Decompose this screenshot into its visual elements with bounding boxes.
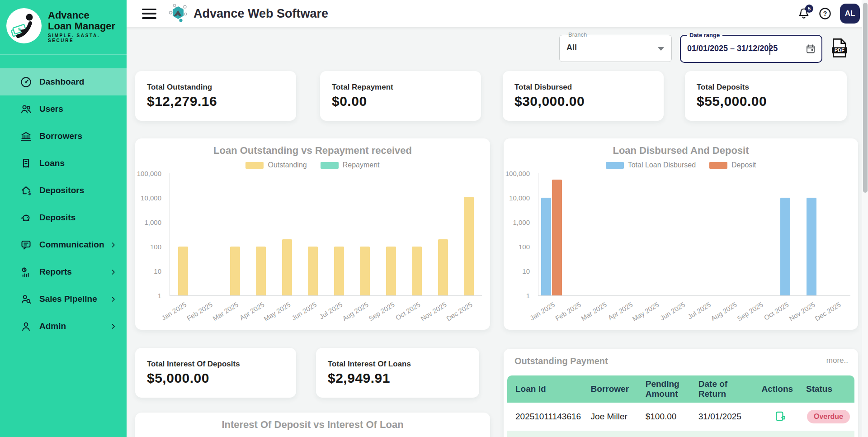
notifications-button[interactable]: 5 <box>797 7 810 20</box>
branch-label: Branch <box>566 31 590 38</box>
stat-card-total-outstanding: Total Outstanding $12,279.16 <box>135 71 296 121</box>
sidebar-item-sales-pipeline[interactable]: Sales Pipeline <box>0 285 127 313</box>
x-axis-label: Nov 2025 <box>788 300 816 322</box>
actions-cell <box>758 431 802 437</box>
bar-outstanding <box>256 247 266 295</box>
date-range-input[interactable]: Date range 01/01/2025 – 31/12/2025 <box>680 35 822 63</box>
stat-card-total-deposits: Total Deposits $55,000.00 <box>685 71 847 121</box>
sidebar-item-label: Sales Pipeline <box>39 294 97 304</box>
table-row-partial <box>507 431 854 437</box>
sidebar-item-reports[interactable]: Reports <box>0 258 127 285</box>
sidebar-item-dashboard[interactable]: Dashboard <box>0 68 127 95</box>
sidebar-item-admin[interactable]: Admin <box>0 313 127 340</box>
y-axis-label: 100 <box>519 243 530 251</box>
bar-total-loan-disbursed <box>780 198 790 295</box>
logo-tagline: SIMPLE. SASTA. SECURE <box>48 33 122 43</box>
actions-cell <box>758 403 802 431</box>
help-button[interactable]: ? <box>818 7 832 20</box>
x-axis-label: Apr 2025 <box>238 300 266 322</box>
x-axis-label: May 2025 <box>631 300 660 323</box>
date-of-return-cell: 31/01/2025 <box>695 403 758 431</box>
table-title: Outstanding Payment <box>514 356 608 366</box>
sidebar-item-label: Communication <box>39 240 104 250</box>
chevron-right-icon <box>110 269 117 276</box>
export-pdf-button[interactable]: PDF <box>830 38 848 58</box>
loan-id-cell <box>507 431 587 437</box>
more-link[interactable]: more.. <box>826 356 848 365</box>
pending-amount-cell <box>642 431 695 437</box>
chat-icon <box>20 239 32 251</box>
column-header: Borrower <box>587 375 642 403</box>
legend-item[interactable]: Total Loan Disbursed <box>606 161 696 169</box>
vertical-scrollbar[interactable] <box>862 0 868 437</box>
person-icon <box>20 320 32 332</box>
column-header: Loan Id <box>507 375 587 403</box>
menu-toggle-icon[interactable] <box>142 9 156 19</box>
sidebar-item-borrowers[interactable]: Borrowers <box>0 123 127 150</box>
gauge-icon <box>20 76 32 88</box>
wallet-icon[interactable] <box>774 410 786 422</box>
user-avatar[interactable]: AL <box>840 4 860 24</box>
stat-value: $2,949.91 <box>328 370 390 386</box>
x-axis-label: Sep 2025 <box>367 300 396 322</box>
chart-title: Loan Outstanding vs Repayment received <box>135 145 490 157</box>
main-content: Branch All Date range 01/01/2025 – 31/12… <box>127 27 868 437</box>
legend-item[interactable]: Outstanding <box>245 161 307 169</box>
date-range-label: Date range <box>687 32 722 38</box>
x-axis-label: Aug 2025 <box>709 300 738 322</box>
table-header-row: Loan IdBorrowerPending AmountDate of Ret… <box>507 375 854 403</box>
branch-select[interactable]: Branch All <box>559 35 672 62</box>
chart-legend: OutstandingRepayment <box>135 161 490 169</box>
y-axis-label: 10 <box>154 267 161 275</box>
column-header: Pending Amount <box>642 375 695 403</box>
bar-deposit <box>552 180 562 295</box>
sidebar-item-communication[interactable]: Communication <box>0 231 127 258</box>
y-axis-label: 100,000 <box>505 170 530 177</box>
bar-outstanding <box>334 247 344 295</box>
x-axis-label: Aug 2025 <box>341 300 369 322</box>
outstanding-payment-table: Loan IdBorrowerPending AmountDate of Ret… <box>507 375 854 437</box>
receipt-icon <box>20 157 32 170</box>
y-axis-label: 10 <box>522 267 530 275</box>
x-axis-label: Oct 2025 <box>394 300 422 322</box>
report-chart-icon <box>20 266 32 278</box>
sidebar-item-users[interactable]: Users <box>0 95 127 123</box>
branch-value: All <box>566 43 577 52</box>
svg-text:PDF: PDF <box>835 48 844 53</box>
sidebar-item-label: Deposits <box>39 213 75 223</box>
x-axis-label: Jan 2025 <box>528 300 556 322</box>
svg-text:?: ? <box>823 10 827 17</box>
chevron-down-icon <box>658 47 664 51</box>
legend-swatch <box>709 162 727 169</box>
logo-line2: Loan Manager <box>48 21 122 32</box>
x-axis-label: Jun 2025 <box>290 300 317 322</box>
plot-area: Jan 2025Feb 2025Mar 2025Apr 2025May 2025… <box>170 173 482 296</box>
stat-card-total-repayment: Total Repayment $0.00 <box>320 71 481 121</box>
calendar-icon[interactable] <box>805 43 816 54</box>
person-search-icon <box>20 293 32 305</box>
sidebar-nav: DashboardUsersBorrowersLoans$DepositorsD… <box>0 68 127 340</box>
x-axis-label: Mar 2025 <box>580 300 609 322</box>
chart-legend: Total Loan DisbursedDeposit <box>504 161 858 169</box>
scrollbar-thumb[interactable] <box>863 3 868 193</box>
borrower-cell <box>587 431 642 437</box>
legend-swatch <box>606 162 624 169</box>
sidebar-item-depositors[interactable]: $Depositors <box>0 177 127 204</box>
column-header: Actions <box>758 375 802 403</box>
y-axis-label: 100 <box>150 243 161 251</box>
stat-card-interest-of-loans: Total Interest Of Loans $2,949.91 <box>316 348 479 398</box>
legend-item[interactable]: Repayment <box>321 161 380 169</box>
legend-item[interactable]: Deposit <box>709 161 756 169</box>
sidebar-item-loans[interactable]: Loans <box>0 150 127 177</box>
x-axis-label: Dec 2025 <box>813 300 842 322</box>
chart-title: Interest Of Deposit vs Interest Of Loan <box>135 419 490 431</box>
stat-value: $30,000.00 <box>514 94 585 109</box>
sidebar-item-deposits[interactable]: Deposits <box>0 204 127 231</box>
stat-label: Total Interest Of Loans <box>328 360 411 369</box>
x-axis-label: Feb 2025 <box>554 300 582 322</box>
y-axis-label: 10,000 <box>141 194 161 202</box>
bar-outstanding <box>230 247 240 295</box>
chevron-right-icon <box>110 323 117 330</box>
x-axis-label: Jun 2025 <box>658 300 686 322</box>
stat-value: $55,000.00 <box>697 94 767 109</box>
